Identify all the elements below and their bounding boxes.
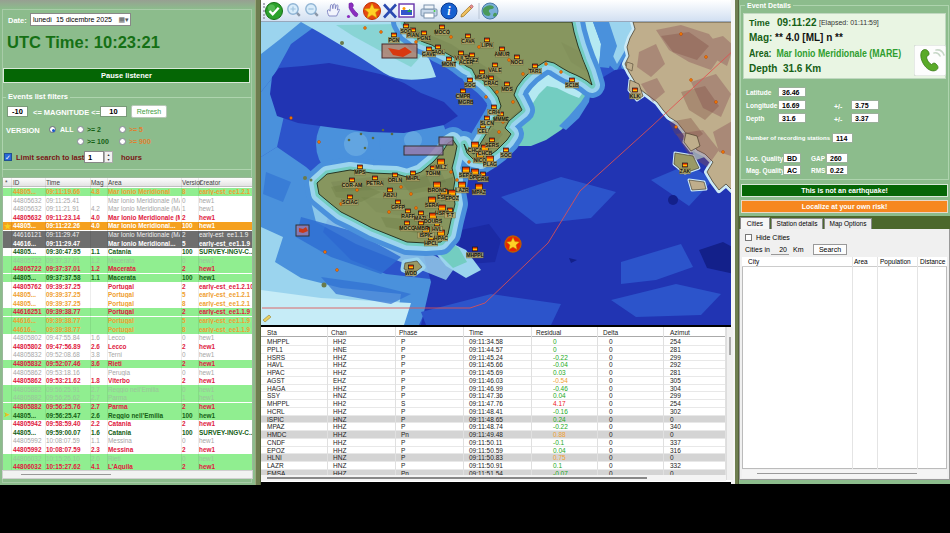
svg-text:MSAN: MSAN <box>475 74 490 80</box>
svg-text:GAVE: GAVE <box>422 51 436 57</box>
svg-text:NOCI: NOCI <box>511 59 524 65</box>
svg-text:MMME: MMME <box>493 116 509 122</box>
svg-text:SLCN: SLCN <box>480 120 494 126</box>
svg-text:ORLN: ORLN <box>388 177 403 183</box>
svg-text:HPCL: HPCL <box>424 240 438 246</box>
svg-text:SOC: SOC <box>501 152 512 158</box>
svg-text:CAVA: CAVA <box>461 38 475 44</box>
svg-text:LAZR: LAZR <box>455 187 469 193</box>
svg-text:TAR1: TAR1 <box>529 68 542 74</box>
svg-text:MOCO: MOCO <box>434 29 450 35</box>
svg-text:KLK: KLK <box>630 93 641 99</box>
svg-text:AMUR: AMUR <box>495 51 510 57</box>
svg-text:AB2U: AB2U <box>383 192 397 198</box>
svg-text:PLAG: PLAG <box>483 161 497 167</box>
svg-text:VALE: VALE <box>489 67 503 73</box>
svg-text:PGN: PGN <box>389 37 400 43</box>
svg-text:PIAN: PIAN <box>407 32 419 38</box>
svg-text:GRM: GRM <box>477 176 489 182</box>
svg-text:MPS: MPS <box>355 169 367 175</box>
svg-text:MHPL: MHPL <box>406 175 420 181</box>
svg-text:SERS: SERS <box>485 142 499 148</box>
svg-text:RAFF: RAFF <box>401 213 414 219</box>
svg-text:T-T: T-T <box>446 212 454 218</box>
svg-text:CEL: CEL <box>478 128 488 134</box>
svg-text:MDS: MDS <box>501 86 513 92</box>
svg-text:DOURS: DOURS <box>424 218 443 224</box>
svg-text:SC1B: SC1B <box>565 82 579 88</box>
svg-text:BRONC: BRONC <box>428 187 447 193</box>
svg-text:TOHM: TOHM <box>426 170 441 176</box>
svg-text:CRI4: CRI4 <box>488 109 500 115</box>
svg-text:AMBR: AMBR <box>414 225 429 231</box>
svg-text:WDD: WDD <box>405 270 417 276</box>
svg-text:PETRA: PETRA <box>367 180 384 186</box>
svg-text:MHPPL: MHPPL <box>466 252 484 258</box>
svg-text:CRAC: CRAC <box>484 80 499 86</box>
svg-text:EPOZ: EPOZ <box>445 195 459 201</box>
svg-text:MPAZ: MPAZ <box>472 189 486 195</box>
svg-text:SERA: SERA <box>425 202 439 208</box>
svg-text:HVL: HVL <box>432 226 442 232</box>
svg-text:ACER: ACER <box>459 59 474 65</box>
svg-text:SCIAG: SCIAG <box>342 199 358 205</box>
svg-text:SOG: SOG <box>464 82 475 88</box>
svg-text:MONT: MONT <box>442 61 457 67</box>
svg-text:CHCB: CHCB <box>478 150 493 156</box>
svg-text:ISPIC: ISPIC <box>419 232 432 238</box>
svg-text:MGRB: MGRB <box>458 99 474 105</box>
svg-text:COR-AM: COR-AM <box>342 182 363 188</box>
svg-text:ZAK: ZAK <box>680 168 691 174</box>
svg-text:GPFP: GPFP <box>391 204 405 210</box>
svg-text:LIPN: LIPN <box>481 42 493 48</box>
